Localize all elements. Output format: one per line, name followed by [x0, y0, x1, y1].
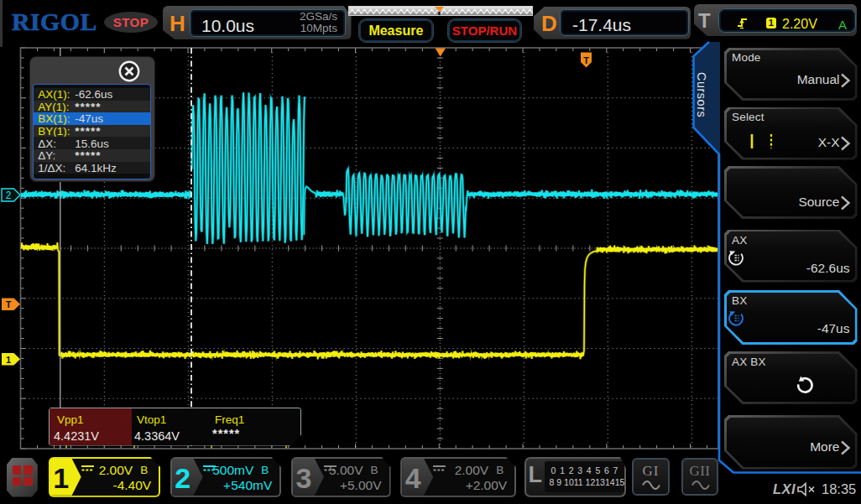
svg-text:T: T [583, 55, 589, 65]
svg-text:1: 1 [6, 355, 11, 365]
svg-text:2: 2 [6, 190, 12, 201]
svg-text:T: T [6, 299, 12, 309]
